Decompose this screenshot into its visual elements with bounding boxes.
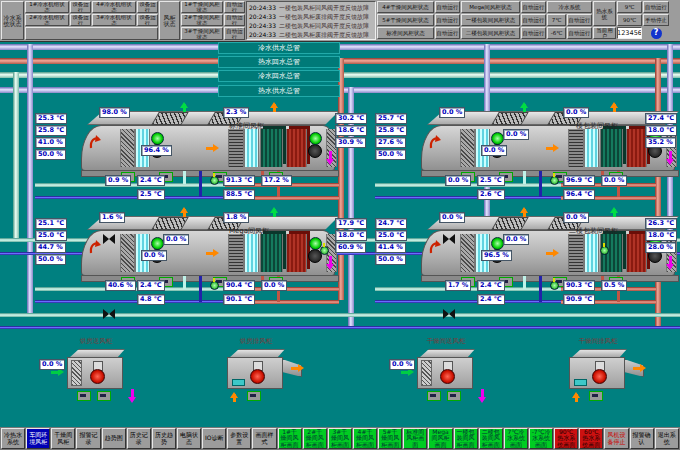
damper-actuator[interactable] — [427, 391, 441, 401]
ahu-unit-floor1-packaging[interactable]: 一楼包装间风柜 25.7 ℃ 25.8 ℃ 27.6 % 50.0 % 0.0 … — [373, 103, 680, 205]
current-user-box[interactable]: 123456 — [617, 27, 642, 39]
ahu-unit-floor2-packaging[interactable]: 二楼包装间风柜 24.7 ℃ 25.0 ℃ 41.4 % 50.0 % 0.0 … — [373, 208, 680, 310]
value-box: 90.9 ℃ — [563, 294, 595, 305]
toolbar-button-15[interactable]: 4#干燥间风柜画面 — [353, 428, 377, 449]
damper-actuator[interactable] — [97, 391, 111, 401]
toolbar-button-22[interactable]: -7℃冷水系统画面 — [529, 428, 553, 449]
supply-outlet-arrow-icon — [665, 256, 676, 269]
damper-actuator[interactable] — [589, 391, 603, 401]
value-box: 26.3 ℃ — [645, 218, 677, 229]
help-button[interactable]: ? — [651, 28, 662, 39]
toolbar-button-26[interactable]: 报警确认 — [630, 428, 654, 449]
value-box: 0.5 % — [601, 280, 627, 291]
chiller-group-label: 冷水系统状态 — [1, 1, 24, 40]
ahu-status-value: 自动运行 — [435, 1, 460, 13]
value-box: 96.9 ℃ — [563, 175, 595, 186]
toolbar-button-23[interactable]: 90℃热水系统画面 — [554, 428, 578, 449]
value-box: 90.4 ℃ — [223, 280, 255, 291]
chiller-status-value: 设备运行 — [70, 1, 91, 13]
damper-actuator[interactable] — [247, 391, 261, 401]
run-led-icon — [151, 132, 164, 145]
airflow-arrow-icon — [546, 143, 560, 154]
alarm-panel[interactable]: 20:24:33一楼包装风柜回风阀开度反馈故障20:24:33一楼包装风柜废排阀… — [246, 1, 376, 40]
drop-pipe — [539, 276, 542, 302]
valve-icon[interactable] — [600, 246, 609, 255]
valve-icon[interactable] — [210, 281, 219, 290]
ahu-status-value: 自动运行 — [521, 14, 546, 26]
damper-actuator[interactable] — [77, 391, 91, 401]
toolbar-button-2[interactable]: 车间环境风柜 — [26, 428, 50, 449]
toolbar-button-20[interactable]: 二楼包装间风柜画面 — [479, 428, 503, 449]
ahu-unit-standard-room[interactable]: 标准间风柜 25.3 ℃ 25.8 ℃ 41.0 % 50.0 % 98.0 %… — [33, 103, 373, 205]
chiller-status-value: 设备运行 — [137, 1, 158, 13]
supply-outlet-arrow-icon — [325, 151, 336, 164]
toolbar-button-21[interactable]: 7℃冷水系统画面 — [504, 428, 528, 449]
toolbar-button-10[interactable]: 参数设置 — [227, 428, 251, 449]
toolbar-button-8[interactable]: 电脑状态 — [177, 428, 201, 449]
toolbar-button-6[interactable]: 历史记录 — [127, 428, 151, 449]
drop-pipe — [199, 171, 202, 197]
value-box: 0.0 % — [261, 280, 287, 291]
value-box: 27.6 % — [375, 137, 406, 148]
pipe-label: 冷水回水总管 — [218, 70, 340, 82]
value-box: 25.8 ℃ — [35, 125, 67, 136]
value-box: 2.6 ℃ — [477, 189, 505, 200]
toolbar-button-19[interactable]: 一楼包装间风柜画面 — [454, 428, 478, 449]
toolbar-button-27[interactable]: 退出系统 — [655, 428, 679, 449]
toolbar-button-25[interactable]: 风机设备停止 — [604, 428, 628, 449]
fan-unit-body — [569, 357, 625, 389]
value-box: 50.0 % — [375, 149, 406, 160]
filter-section — [584, 234, 599, 272]
value-box: 1.8 % — [223, 212, 249, 223]
valve-icon[interactable] — [550, 281, 559, 290]
toolbar-button-9[interactable]: IO诊断 — [202, 428, 226, 449]
empty-cell — [25, 27, 158, 40]
valve-icon[interactable] — [320, 246, 329, 255]
airflow-up-orange-icon — [179, 204, 190, 217]
valve-icon[interactable] — [210, 176, 219, 185]
fan-unit-exhaust-2[interactable]: 干燥间排风柜 — [567, 347, 629, 399]
damper-louver — [460, 234, 475, 272]
toolbar-button-3[interactable]: 干燥间风柜 — [51, 428, 75, 449]
value-box: 90.1 ℃ — [223, 294, 255, 305]
fan-unit-exhaust-1[interactable]: 烘房排风柜 — [225, 347, 287, 399]
fan-unit-supply-1[interactable]: 烘房送风柜 0.0 % — [65, 347, 127, 399]
airflow-up-green-icon — [519, 99, 530, 112]
filter-section — [584, 129, 599, 167]
toolbar-button-7[interactable]: 历史趋势 — [152, 428, 176, 449]
toolbar-button-18[interactable]: Mega间风柜画面 — [428, 428, 452, 449]
value-box: 96.4 ℃ — [563, 189, 595, 200]
toolbar-button-13[interactable]: 2#干燥间风柜画面 — [303, 428, 327, 449]
cooling-coil — [260, 129, 283, 167]
value-box: 17.2 % — [261, 175, 292, 186]
status-header: 冷水系统状态 1#冷水机组状态 设备运行 4#冷水机组状态 设备运行 2#冷水机… — [0, 0, 680, 42]
mixing-louver — [228, 129, 244, 167]
toolbar-button-17[interactable]: 标准间风柜画面 — [403, 428, 427, 449]
value-box: 0.0 % — [439, 107, 465, 118]
ahu-body — [81, 125, 335, 171]
cold-water-mode: 自动运行 — [567, 27, 592, 39]
value-box: 96.5 % — [481, 250, 512, 261]
value-box: 96.4 % — [141, 145, 172, 156]
ahu-unit-mega-room[interactable]: Mega间风柜 25.1 ℃ 25.0 ℃ 44.7 % 50.0 % 1.6 … — [33, 208, 373, 310]
hot-water-mode: 自动运行 — [643, 1, 669, 13]
value-box: 0.0 % — [503, 129, 529, 140]
value-box: 0.0 % — [563, 107, 589, 118]
value-box: 1.6 % — [99, 212, 125, 223]
toolbar-button-16[interactable]: 5#干燥间风柜画面 — [378, 428, 402, 449]
damper-louver — [460, 129, 475, 167]
valve-icon[interactable] — [550, 176, 559, 185]
toolbar-button-12[interactable]: 1#干燥间风柜画面 — [278, 428, 302, 449]
toolbar-button-5[interactable]: 趋势图 — [102, 428, 126, 449]
outlet-arrow-icon — [477, 389, 488, 402]
toolbar-button-24[interactable]: 60℃热水系统画面 — [579, 428, 603, 449]
value-box: 0.0 % — [445, 175, 471, 186]
toolbar-button-1[interactable]: 冷热水系统 — [1, 428, 25, 449]
toolbar-button-4[interactable]: 报警记录 — [76, 428, 100, 449]
toolbar-button-14[interactable]: 3#干燥间风柜画面 — [328, 428, 352, 449]
mixing-louver — [568, 234, 584, 272]
toolbar-button-11[interactable]: 画面样式 — [252, 428, 276, 449]
fan-unit-supply-2[interactable]: 干燥间送风柜 0.0 % — [415, 347, 477, 399]
value-box: 50.0 % — [35, 254, 66, 265]
damper-actuator[interactable] — [447, 391, 461, 401]
